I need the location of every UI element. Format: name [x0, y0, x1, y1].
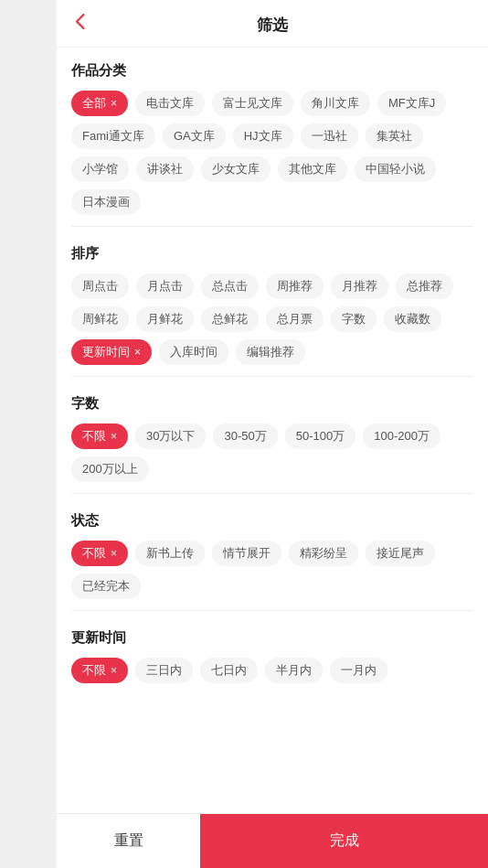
tag-item[interactable]: 总推荐 — [396, 273, 453, 299]
tag-item[interactable]: 周推荐 — [266, 273, 324, 299]
section-wordcount: 字数 不限×30万以下30-50万50-100万100-200万200万以上 — [71, 380, 473, 489]
back-button[interactable] — [71, 9, 89, 38]
tag-item[interactable]: 已经完本 — [71, 573, 141, 599]
section-category: 作品分类 全部×电击文库富士见文库角川文库MF文库JFami通文库GA文库HJ文… — [71, 48, 473, 222]
reset-button[interactable]: 重置 — [57, 814, 200, 868]
background-left — [0, 0, 57, 868]
tag-item[interactable]: 字数 — [331, 306, 377, 332]
close-icon[interactable]: × — [111, 547, 117, 560]
tag-item[interactable]: GA文库 — [163, 123, 226, 149]
divider-4 — [71, 610, 473, 611]
tag-item[interactable]: Fami通文库 — [71, 123, 155, 149]
divider-2 — [71, 376, 473, 377]
divider-3 — [71, 493, 473, 494]
divider-1 — [71, 226, 473, 227]
tag-item[interactable]: 一月内 — [330, 658, 387, 683]
tag-item[interactable]: 不限× — [71, 541, 128, 566]
section-update-time-title: 更新时间 — [71, 629, 473, 647]
tag-item[interactable]: 总月票 — [266, 306, 324, 332]
tag-item[interactable]: 半月内 — [265, 658, 323, 683]
tag-item[interactable]: 三日内 — [135, 658, 193, 683]
status-tags: 不限×新书上传情节展开精彩纷呈接近尾声已经完本 — [71, 541, 473, 599]
tag-item[interactable]: 其他文库 — [278, 156, 347, 182]
tag-item[interactable]: 入库时间 — [159, 339, 228, 365]
tag-item[interactable]: 编辑推荐 — [236, 339, 305, 365]
header: 筛选 — [57, 0, 488, 48]
tag-item[interactable]: 集英社 — [366, 123, 423, 149]
tag-item[interactable]: 月点击 — [136, 273, 194, 299]
tag-item[interactable]: 日本漫画 — [71, 189, 141, 215]
close-icon[interactable]: × — [134, 346, 141, 359]
tag-item[interactable]: 更新时间× — [71, 339, 152, 365]
tag-item[interactable]: HJ文库 — [233, 123, 293, 149]
section-sort: 排序 周点击月点击总点击周推荐月推荐总推荐周鲜花月鲜花总鲜花总月票字数收藏数更新… — [71, 230, 473, 372]
tag-item[interactable]: 200万以上 — [71, 456, 149, 482]
footer: 重置 完成 — [57, 813, 488, 868]
tag-item[interactable]: 总鲜花 — [201, 306, 259, 332]
tag-item[interactable]: 周鲜花 — [71, 306, 129, 332]
tag-item[interactable]: 月鲜花 — [136, 306, 194, 332]
tag-item[interactable]: 100-200万 — [363, 423, 440, 449]
tag-item[interactable]: 收藏数 — [384, 306, 441, 332]
tag-item[interactable]: 周点击 — [71, 273, 129, 299]
tag-item[interactable]: 50-100万 — [285, 423, 355, 449]
tag-item[interactable]: 新书上传 — [135, 541, 205, 566]
close-icon[interactable]: × — [111, 97, 117, 110]
tag-item[interactable]: MF文库J — [377, 91, 446, 116]
tag-item[interactable]: 少女文库 — [201, 156, 271, 182]
tag-item[interactable]: 电击文库 — [135, 91, 205, 116]
tag-item[interactable]: 小学馆 — [71, 156, 129, 182]
section-status: 状态 不限×新书上传情节展开精彩纷呈接近尾声已经完本 — [71, 498, 473, 606]
tag-item[interactable]: 30-50万 — [213, 423, 277, 449]
bottom-spacer — [71, 691, 473, 705]
filter-panel: 筛选 作品分类 全部×电击文库富士见文库角川文库MF文库JFami通文库GA文库… — [57, 0, 488, 868]
tag-item[interactable]: 总点击 — [201, 273, 259, 299]
tag-item[interactable]: 角川文库 — [301, 91, 370, 116]
tag-item[interactable]: 全部× — [71, 91, 128, 116]
section-category-title: 作品分类 — [71, 62, 473, 80]
tag-item[interactable]: 一迅社 — [301, 123, 358, 149]
tag-item[interactable]: 30万以下 — [135, 423, 206, 449]
tag-item[interactable]: 七日内 — [200, 658, 258, 683]
page-title: 筛选 — [257, 15, 288, 36]
tag-item[interactable]: 富士见文库 — [212, 91, 293, 116]
scroll-content: 作品分类 全部×电击文库富士见文库角川文库MF文库JFami通文库GA文库HJ文… — [57, 48, 488, 813]
sort-tags: 周点击月点击总点击周推荐月推荐总推荐周鲜花月鲜花总鲜花总月票字数收藏数更新时间×… — [71, 273, 473, 365]
category-tags: 全部×电击文库富士见文库角川文库MF文库JFami通文库GA文库HJ文库一迅社集… — [71, 91, 473, 215]
tag-item[interactable]: 精彩纷呈 — [289, 541, 358, 566]
tag-item[interactable]: 不限× — [71, 423, 128, 449]
tag-item[interactable]: 月推荐 — [331, 273, 388, 299]
confirm-button[interactable]: 完成 — [200, 814, 488, 868]
tag-item[interactable]: 不限× — [71, 658, 128, 683]
section-status-title: 状态 — [71, 512, 473, 530]
section-update-time: 更新时间 不限×三日内七日内半月内一月内 — [71, 615, 473, 691]
update-time-tags: 不限×三日内七日内半月内一月内 — [71, 658, 473, 683]
tag-item[interactable]: 讲谈社 — [136, 156, 194, 182]
section-wordcount-title: 字数 — [71, 395, 473, 413]
tag-item[interactable]: 情节展开 — [212, 541, 281, 566]
tag-item[interactable]: 中国轻小说 — [355, 156, 436, 182]
close-icon[interactable]: × — [111, 430, 117, 443]
section-sort-title: 排序 — [71, 245, 473, 263]
close-icon[interactable]: × — [111, 664, 117, 677]
wordcount-tags: 不限×30万以下30-50万50-100万100-200万200万以上 — [71, 423, 473, 482]
tag-item[interactable]: 接近尾声 — [366, 541, 435, 566]
